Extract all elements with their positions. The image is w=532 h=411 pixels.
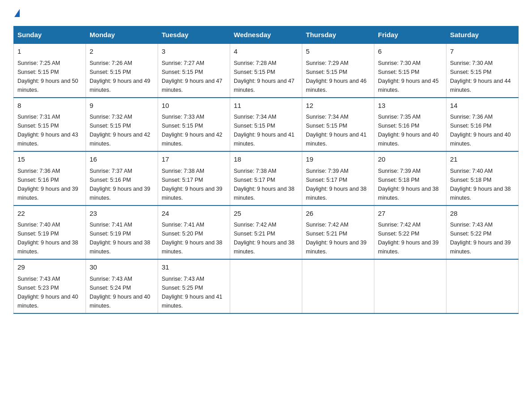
day-number: 5 (306, 47, 370, 57)
header-sunday: Sunday (14, 26, 86, 44)
calendar-cell: 24 Sunrise: 7:41 AM Sunset: 5:20 PM Dayl… (158, 206, 230, 260)
calendar-cell: 28 Sunrise: 7:43 AM Sunset: 5:22 PM Dayl… (446, 206, 519, 260)
day-info: Sunrise: 7:40 AM Sunset: 5:19 PM Dayligh… (17, 220, 82, 256)
calendar-cell (446, 259, 519, 313)
header-monday: Monday (86, 26, 158, 44)
calendar-cell: 23 Sunrise: 7:41 AM Sunset: 5:19 PM Dayl… (86, 206, 158, 260)
day-number: 25 (234, 209, 298, 219)
day-info: Sunrise: 7:30 AM Sunset: 5:15 PM Dayligh… (378, 59, 442, 94)
day-number: 20 (378, 154, 442, 165)
header-wednesday: Wednesday (230, 26, 302, 44)
day-info: Sunrise: 7:27 AM Sunset: 5:15 PM Dayligh… (162, 59, 226, 94)
day-info: Sunrise: 7:36 AM Sunset: 5:16 PM Dayligh… (450, 112, 515, 148)
day-number: 21 (450, 154, 515, 165)
day-info: Sunrise: 7:30 AM Sunset: 5:15 PM Dayligh… (450, 59, 515, 94)
calendar-cell: 8 Sunrise: 7:31 AM Sunset: 5:15 PM Dayli… (14, 98, 86, 152)
day-info: Sunrise: 7:42 AM Sunset: 5:22 PM Dayligh… (378, 220, 442, 256)
day-number: 9 (90, 101, 154, 111)
day-info: Sunrise: 7:38 AM Sunset: 5:17 PM Dayligh… (162, 167, 226, 202)
calendar-cell: 13 Sunrise: 7:35 AM Sunset: 5:16 PM Dayl… (374, 98, 446, 152)
header-tuesday: Tuesday (158, 26, 230, 44)
day-number: 14 (450, 101, 515, 111)
calendar-cell (302, 259, 374, 313)
calendar-cell: 18 Sunrise: 7:38 AM Sunset: 5:17 PM Dayl… (230, 151, 302, 206)
day-info: Sunrise: 7:40 AM Sunset: 5:18 PM Dayligh… (450, 167, 515, 202)
week-row-5: 29 Sunrise: 7:43 AM Sunset: 5:23 PM Dayl… (14, 259, 519, 313)
day-info: Sunrise: 7:38 AM Sunset: 5:17 PM Dayligh… (234, 167, 298, 202)
header-row: SundayMondayTuesdayWednesdayThursdayFrid… (14, 26, 519, 44)
day-info: Sunrise: 7:33 AM Sunset: 5:15 PM Dayligh… (162, 112, 226, 148)
day-number: 8 (17, 101, 82, 111)
day-number: 22 (17, 209, 82, 219)
day-number: 3 (162, 47, 226, 57)
logo (13, 9, 20, 18)
day-number: 12 (306, 101, 370, 111)
day-number: 1 (17, 47, 82, 57)
calendar-cell: 3 Sunrise: 7:27 AM Sunset: 5:15 PM Dayli… (158, 43, 230, 98)
day-number: 6 (378, 47, 442, 57)
week-row-4: 22 Sunrise: 7:40 AM Sunset: 5:19 PM Dayl… (14, 206, 519, 260)
week-row-1: 1 Sunrise: 7:25 AM Sunset: 5:15 PM Dayli… (14, 43, 519, 98)
week-row-2: 8 Sunrise: 7:31 AM Sunset: 5:15 PM Dayli… (14, 98, 519, 152)
calendar-cell: 19 Sunrise: 7:39 AM Sunset: 5:17 PM Dayl… (302, 151, 374, 206)
calendar-cell: 6 Sunrise: 7:30 AM Sunset: 5:15 PM Dayli… (374, 43, 446, 98)
calendar-table: SundayMondayTuesdayWednesdayThursdayFrid… (13, 26, 519, 314)
day-number: 19 (306, 154, 370, 165)
calendar-cell: 14 Sunrise: 7:36 AM Sunset: 5:16 PM Dayl… (446, 98, 519, 152)
day-info: Sunrise: 7:32 AM Sunset: 5:15 PM Dayligh… (90, 112, 154, 148)
calendar-cell: 10 Sunrise: 7:33 AM Sunset: 5:15 PM Dayl… (158, 98, 230, 152)
calendar-cell: 1 Sunrise: 7:25 AM Sunset: 5:15 PM Dayli… (14, 43, 86, 98)
calendar-cell: 20 Sunrise: 7:39 AM Sunset: 5:18 PM Dayl… (374, 151, 446, 206)
day-info: Sunrise: 7:37 AM Sunset: 5:16 PM Dayligh… (90, 167, 154, 202)
calendar-cell: 5 Sunrise: 7:29 AM Sunset: 5:15 PM Dayli… (302, 43, 374, 98)
day-number: 29 (17, 262, 82, 273)
day-number: 13 (378, 101, 442, 111)
calendar-cell: 12 Sunrise: 7:34 AM Sunset: 5:15 PM Dayl… (302, 98, 374, 152)
day-info: Sunrise: 7:34 AM Sunset: 5:15 PM Dayligh… (234, 112, 298, 148)
day-info: Sunrise: 7:28 AM Sunset: 5:15 PM Dayligh… (234, 59, 298, 94)
calendar-cell: 30 Sunrise: 7:43 AM Sunset: 5:24 PM Dayl… (86, 259, 158, 313)
day-number: 16 (90, 154, 154, 165)
day-info: Sunrise: 7:39 AM Sunset: 5:17 PM Dayligh… (306, 167, 370, 202)
day-info: Sunrise: 7:42 AM Sunset: 5:21 PM Dayligh… (306, 220, 370, 256)
calendar-cell: 31 Sunrise: 7:43 AM Sunset: 5:25 PM Dayl… (158, 259, 230, 313)
day-number: 18 (234, 154, 298, 165)
calendar-cell: 27 Sunrise: 7:42 AM Sunset: 5:22 PM Dayl… (374, 206, 446, 260)
day-info: Sunrise: 7:25 AM Sunset: 5:15 PM Dayligh… (17, 59, 82, 94)
day-info: Sunrise: 7:41 AM Sunset: 5:20 PM Dayligh… (162, 220, 226, 256)
day-info: Sunrise: 7:35 AM Sunset: 5:16 PM Dayligh… (378, 112, 442, 148)
day-number: 24 (162, 209, 226, 219)
calendar-cell: 16 Sunrise: 7:37 AM Sunset: 5:16 PM Dayl… (86, 151, 158, 206)
logo-triangle-icon (14, 9, 20, 17)
week-row-3: 15 Sunrise: 7:36 AM Sunset: 5:16 PM Dayl… (14, 151, 519, 206)
day-info: Sunrise: 7:43 AM Sunset: 5:23 PM Dayligh… (17, 274, 82, 310)
calendar-cell (374, 259, 446, 313)
calendar-cell: 4 Sunrise: 7:28 AM Sunset: 5:15 PM Dayli… (230, 43, 302, 98)
day-number: 11 (234, 101, 298, 111)
day-info: Sunrise: 7:39 AM Sunset: 5:18 PM Dayligh… (378, 167, 442, 202)
calendar-cell: 29 Sunrise: 7:43 AM Sunset: 5:23 PM Dayl… (14, 259, 86, 313)
day-number: 26 (306, 209, 370, 219)
day-number: 10 (162, 101, 226, 111)
calendar-cell: 9 Sunrise: 7:32 AM Sunset: 5:15 PM Dayli… (86, 98, 158, 152)
day-info: Sunrise: 7:43 AM Sunset: 5:24 PM Dayligh… (90, 274, 154, 310)
calendar-cell: 11 Sunrise: 7:34 AM Sunset: 5:15 PM Dayl… (230, 98, 302, 152)
header-saturday: Saturday (446, 26, 519, 44)
header-friday: Friday (374, 26, 446, 44)
calendar-cell: 25 Sunrise: 7:42 AM Sunset: 5:21 PM Dayl… (230, 206, 302, 260)
day-number: 28 (450, 209, 515, 219)
calendar-cell (230, 259, 302, 313)
day-number: 2 (90, 47, 154, 57)
day-info: Sunrise: 7:31 AM Sunset: 5:15 PM Dayligh… (17, 112, 82, 148)
day-info: Sunrise: 7:43 AM Sunset: 5:22 PM Dayligh… (450, 220, 515, 256)
day-number: 17 (162, 154, 226, 165)
day-number: 27 (378, 209, 442, 219)
day-number: 7 (450, 47, 515, 57)
day-number: 31 (162, 262, 226, 273)
day-info: Sunrise: 7:34 AM Sunset: 5:15 PM Dayligh… (306, 112, 370, 148)
header-thursday: Thursday (302, 26, 374, 44)
page-header (13, 9, 519, 18)
calendar-cell: 17 Sunrise: 7:38 AM Sunset: 5:17 PM Dayl… (158, 151, 230, 206)
calendar-cell: 2 Sunrise: 7:26 AM Sunset: 5:15 PM Dayli… (86, 43, 158, 98)
calendar-cell: 26 Sunrise: 7:42 AM Sunset: 5:21 PM Dayl… (302, 206, 374, 260)
